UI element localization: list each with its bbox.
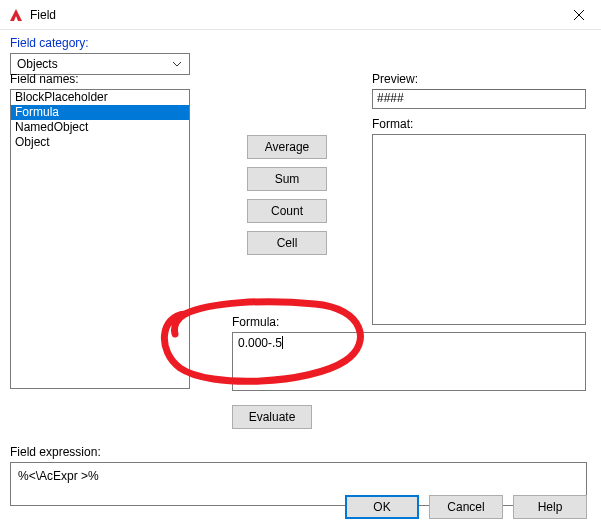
- format-listbox[interactable]: [372, 134, 586, 325]
- close-icon: [574, 10, 584, 20]
- ok-button[interactable]: OK: [345, 495, 419, 519]
- list-item[interactable]: Formula: [11, 105, 189, 120]
- field-names-listbox[interactable]: BlockPlaceholder Formula NamedObject Obj…: [10, 89, 190, 389]
- formula-label: Formula:: [232, 315, 586, 329]
- preview-box: ####: [372, 89, 586, 109]
- formula-value: 0.000-.5: [238, 336, 282, 350]
- chevron-down-icon: [169, 55, 185, 73]
- preview-value: ####: [377, 91, 404, 105]
- cancel-button[interactable]: Cancel: [429, 495, 503, 519]
- dialog-footer: OK Cancel Help: [0, 490, 601, 524]
- field-names-label: Field names:: [10, 72, 190, 86]
- list-item[interactable]: Object: [11, 135, 189, 150]
- sum-button[interactable]: Sum: [247, 167, 327, 191]
- list-item[interactable]: BlockPlaceholder: [11, 90, 189, 105]
- average-button[interactable]: Average: [247, 135, 327, 159]
- field-expression-label: Field expression:: [10, 445, 587, 459]
- window-title: Field: [30, 8, 56, 22]
- list-item[interactable]: NamedObject: [11, 120, 189, 135]
- close-button[interactable]: [556, 0, 601, 30]
- help-button[interactable]: Help: [513, 495, 587, 519]
- evaluate-button[interactable]: Evaluate: [232, 405, 312, 429]
- title-bar: Field: [0, 0, 601, 30]
- text-cursor: [282, 336, 283, 349]
- count-button[interactable]: Count: [247, 199, 327, 223]
- app-icon: [8, 7, 24, 23]
- format-label: Format:: [372, 117, 586, 131]
- cell-button[interactable]: Cell: [247, 231, 327, 255]
- formula-input[interactable]: 0.000-.5: [232, 332, 586, 391]
- preview-label: Preview:: [372, 72, 586, 86]
- field-expression-value: %<\AcExpr >%: [18, 469, 99, 483]
- field-category-value: Objects: [17, 57, 58, 71]
- field-category-label: Field category:: [10, 36, 591, 50]
